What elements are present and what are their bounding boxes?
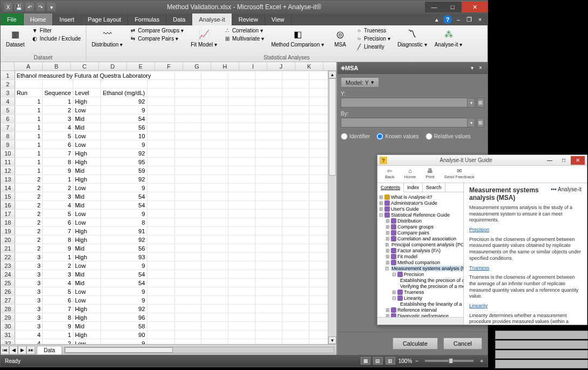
diagnostic-button[interactable]: 〽Diagnostic ▾ xyxy=(395,26,429,49)
tree-node[interactable]: Verifying the precision of a measure... xyxy=(379,284,462,290)
tab-file[interactable]: File xyxy=(1,14,24,25)
tree-node[interactable]: ⊞What is Analyse-it? xyxy=(379,194,462,200)
tree-node[interactable]: ⊟Measurement systems analysis (MSA) xyxy=(379,266,462,272)
scroll-up-icon[interactable]: ▲ xyxy=(328,71,336,78)
tree-node[interactable]: ⊞Distribution xyxy=(379,218,462,224)
help-print-button[interactable]: 🖶Print xyxy=(425,167,434,181)
zoom-thumb[interactable] xyxy=(449,358,453,364)
help-back-button[interactable]: ⇦Back xyxy=(385,167,395,181)
scroll-thumb[interactable] xyxy=(329,78,336,176)
col-header[interactable]: D xyxy=(99,62,127,70)
help-tab-search[interactable]: Search xyxy=(423,183,445,192)
tree-node[interactable]: ⊞Compare groups xyxy=(379,224,462,230)
taskpane-close-icon[interactable]: × xyxy=(477,64,484,72)
maximize-button[interactable]: □ xyxy=(443,2,462,12)
zoom-slider[interactable] xyxy=(425,360,474,362)
by-input[interactable] xyxy=(341,118,468,127)
hscroll-thumb[interactable] xyxy=(65,347,173,353)
help-home-button[interactable]: ⌂Home xyxy=(404,167,416,181)
col-header[interactable]: E xyxy=(127,62,155,70)
save-icon[interactable]: 💾 xyxy=(15,3,23,11)
col-header[interactable]: G xyxy=(183,62,211,70)
analyseit-menu-button[interactable]: ⁂Analyse-it ▾ xyxy=(432,26,465,49)
zoom-out-icon[interactable]: − xyxy=(415,358,418,364)
by-range-picker-icon[interactable]: ⊞ xyxy=(477,118,484,127)
view-normal-icon[interactable]: ▦ xyxy=(361,357,370,365)
horizontal-scrollbar[interactable] xyxy=(64,347,334,353)
help-tab-contents[interactable]: Contents xyxy=(377,183,404,192)
select-all-corner[interactable] xyxy=(1,62,15,70)
tree-node[interactable]: ⊞User's Guide xyxy=(379,206,462,212)
tree-node[interactable]: ⊟Precision xyxy=(379,272,462,278)
tree-node[interactable]: ⊞Reference interval xyxy=(379,307,462,313)
help-minimize-button[interactable]: — xyxy=(543,156,557,165)
taskpane-dropdown-icon[interactable]: ▾ xyxy=(468,64,476,72)
vertical-scrollbar[interactable]: ▲ ▼ xyxy=(328,71,336,344)
fit-model-button[interactable]: 📈Fit Model ▾ xyxy=(188,26,219,49)
tree-node[interactable]: ⊞Correlation and association xyxy=(379,236,462,242)
sheet-tab-data[interactable]: Data xyxy=(37,346,62,354)
known-values-radio[interactable]: Known values xyxy=(376,133,418,140)
tab-formulas[interactable]: Formulas xyxy=(128,14,166,25)
grid-body[interactable]: ▲ ▼ 1Ethanol measured by Futura at Quest… xyxy=(1,71,336,344)
calculate-button[interactable]: Calculate xyxy=(393,338,438,349)
col-header[interactable]: H xyxy=(211,62,239,70)
msa-button[interactable]: ◎MSA xyxy=(329,26,351,49)
trueness-button[interactable]: ○Trueness xyxy=(354,26,392,34)
tab-data[interactable]: Data xyxy=(166,14,192,25)
distribution-button[interactable]: 〰Distribution ▾ xyxy=(90,26,125,49)
col-header[interactable]: A xyxy=(15,62,43,70)
help-tree-hscroll[interactable] xyxy=(377,317,463,325)
correlation-button[interactable]: ∴Correlation ▾ xyxy=(222,26,266,34)
help-icon[interactable]: ? xyxy=(443,15,452,24)
tree-node[interactable]: ⊞Method comparison xyxy=(379,260,462,266)
sheet-nav-last-icon[interactable]: ⏭ xyxy=(26,346,35,354)
tab-view[interactable]: View xyxy=(265,14,292,25)
col-header[interactable]: I xyxy=(239,62,267,70)
tree-node[interactable]: ⊞Compare pairs xyxy=(379,230,462,236)
sheet-nav-next-icon[interactable]: ▶ xyxy=(18,346,26,354)
help-feedback-button[interactable]: ✉Send Feedback xyxy=(444,167,475,181)
minimize-button[interactable]: — xyxy=(425,2,443,12)
help-titlebar[interactable]: ? Analyse-it User Guide — □ ✕ xyxy=(377,155,587,166)
tree-node[interactable]: Establishing the linearity of a meas... xyxy=(379,301,462,307)
scroll-down-icon[interactable]: ▼ xyxy=(328,337,336,344)
view-pagebreak-icon[interactable]: ▥ xyxy=(386,357,395,365)
doc-minimize-icon[interactable]: – xyxy=(454,15,463,24)
precision-button[interactable]: ○Precision ▾ xyxy=(354,35,392,42)
col-header[interactable]: B xyxy=(43,62,71,70)
include-exclude-button[interactable]: ◐Include / Exclude xyxy=(30,35,82,42)
tree-node[interactable]: ⊞Fit model xyxy=(379,254,462,260)
dataset-button[interactable]: ▦ Dataset xyxy=(4,26,26,49)
sheet-nav-prev-icon[interactable]: ◀ xyxy=(9,346,18,354)
zoom-in-icon[interactable]: + xyxy=(480,358,483,364)
cancel-button[interactable]: Cancel xyxy=(443,338,482,349)
filter-button[interactable]: ▼Filter xyxy=(30,26,82,34)
tree-node[interactable]: Establishing the precision of a mea... xyxy=(379,278,462,284)
relative-values-radio[interactable]: Relative values xyxy=(425,133,471,140)
tab-review[interactable]: Review xyxy=(232,14,265,25)
doc-close-icon[interactable]: × xyxy=(476,15,484,24)
help-tab-index[interactable]: Index xyxy=(404,183,423,192)
method-comparison-button[interactable]: ◧Method Comparison ▾ xyxy=(269,26,326,49)
tab-insert[interactable]: Insert xyxy=(53,14,82,25)
y-input[interactable] xyxy=(341,98,468,107)
undo-icon[interactable]: ↶ xyxy=(25,3,34,11)
tree-node[interactable]: ⊞Principal component analysis (PCA) xyxy=(379,242,462,248)
qat-dropdown-icon[interactable]: ▾ xyxy=(47,3,56,11)
tree-node[interactable]: ⊟Linearity xyxy=(379,295,462,301)
tree-node[interactable]: ⊞Administrator's Guide xyxy=(379,200,462,206)
tree-node[interactable]: ⊞Trueness xyxy=(379,290,462,295)
identifier-radio[interactable]: Identifier xyxy=(341,133,370,140)
linearity-button[interactable]: ╱Linearity xyxy=(354,43,392,50)
model-dropdown[interactable]: Model: Y▾ xyxy=(341,77,379,88)
help-link-trueness[interactable]: Trueness xyxy=(469,265,489,271)
sheet-nav-first-icon[interactable]: ⏮ xyxy=(1,346,9,354)
tab-home[interactable]: Home xyxy=(24,14,53,25)
col-header[interactable]: F xyxy=(155,62,183,70)
help-link-linearity[interactable]: Linearity xyxy=(469,303,488,308)
tab-analyseit[interactable]: Analyse-it xyxy=(192,14,232,25)
redo-icon[interactable]: ↷ xyxy=(36,3,45,11)
tree-node[interactable]: ⊞Factor analysis (FA) xyxy=(379,248,462,254)
close-button[interactable]: ✕ xyxy=(462,2,488,12)
